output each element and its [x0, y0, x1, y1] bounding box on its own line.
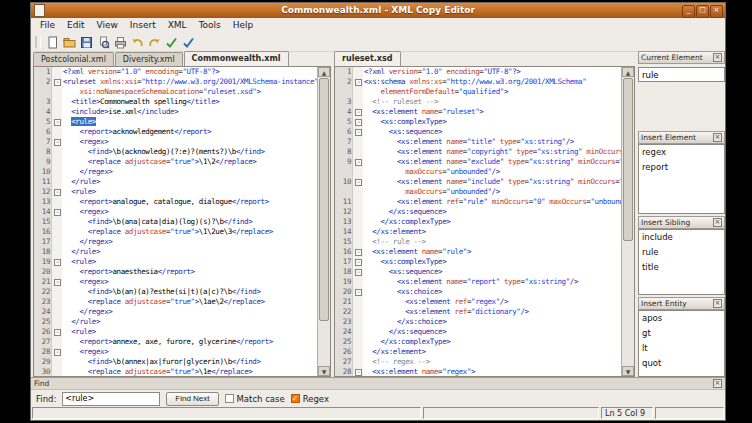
undo-icon[interactable]	[129, 34, 146, 50]
list-item-lt[interactable]: lt	[639, 341, 724, 356]
find-next-button[interactable]: Find Next	[166, 392, 218, 406]
current-element-input[interactable]	[638, 67, 725, 82]
close-panel-icon[interactable]: ×	[713, 218, 722, 227]
fold-toggle-icon[interactable]: -	[54, 139, 61, 146]
code-line[interactable]: 25 </rule>	[34, 317, 317, 327]
match-case-checkbox[interactable]	[225, 394, 234, 403]
code-line[interactable]: 4 <include>ise.xml</include>	[34, 107, 317, 117]
find-input[interactable]	[62, 392, 160, 406]
maximize-button[interactable]: □	[696, 5, 709, 18]
fold-toggle-icon[interactable]: -	[355, 109, 362, 116]
code-line[interactable]: 14 </xs:element>	[335, 227, 621, 237]
code-line[interactable]: 19- <rule>	[34, 257, 317, 267]
code-line[interactable]: 26 </xs:element>	[335, 347, 621, 357]
insert-sibling-list[interactable]: includeruletitle	[638, 229, 725, 295]
close-panel-icon[interactable]: ×	[713, 133, 722, 142]
code-line[interactable]: 10- <xs:element name="include" type="xs:…	[335, 177, 621, 187]
insert-element-list[interactable]: regexreport	[638, 144, 725, 214]
scroll-up-icon[interactable]: ▲	[318, 67, 330, 77]
code-line[interactable]: 5- <rule>	[34, 117, 317, 127]
code-line[interactable]: 16- <xs:element name="rule">	[335, 247, 621, 257]
fold-toggle-icon[interactable]: -	[54, 189, 61, 196]
fold-toggle-icon[interactable]: -	[54, 259, 61, 266]
code-line[interactable]: maxOccurs="unbounded"/>	[335, 187, 621, 197]
fold-toggle-icon[interactable]: -	[355, 79, 362, 86]
code-line[interactable]: 17- <xs:complexType>	[335, 257, 621, 267]
code-line[interactable]: 17 </regex>	[34, 237, 317, 247]
list-item-report[interactable]: report	[639, 160, 724, 175]
fold-toggle-icon[interactable]: -	[355, 269, 362, 276]
code-line[interactable]: 18 </rule>	[34, 247, 317, 257]
code-line[interactable]: 14- <regex>	[34, 207, 317, 217]
code-line[interactable]: 23 <replace adjustcase="true">\1ae\2</re…	[34, 297, 317, 307]
code-line[interactable]: 8 <xs:element name="copyright" type="xs:…	[335, 147, 621, 157]
menu-item-edit[interactable]: Edit	[61, 18, 90, 33]
tab-diversity.xml[interactable]: Diversity.xml	[115, 52, 183, 66]
fold-toggle-icon[interactable]: -	[355, 179, 362, 186]
save-icon[interactable]	[78, 34, 95, 50]
code-line[interactable]: 15 <find>\b(ana|cata|dia)(log)(s)?\b</fi…	[34, 217, 317, 227]
code-line[interactable]: 1<?xml version="1.0" encoding="UTF-8"?>	[34, 67, 317, 77]
code-line[interactable]: 7 <xs:element name="title" type="xs:stri…	[335, 137, 621, 147]
left-vertical-scrollbar[interactable]: ▲ ▼	[317, 67, 330, 376]
code-line[interactable]: 22 <find>\b(an)(a)?esthe(si|t)(a|c)?\b</…	[34, 287, 317, 297]
code-line[interactable]: 5- <xs:complexType>	[335, 117, 621, 127]
code-line[interactable]: 4- <xs:element name="ruleset">	[335, 107, 621, 117]
scroll-up-icon[interactable]: ▲	[622, 67, 634, 77]
validate-icon[interactable]	[180, 34, 197, 50]
menu-item-insert[interactable]: Insert	[124, 18, 162, 33]
code-line[interactable]: 12 </xs:sequence>	[335, 207, 621, 217]
fold-toggle-icon[interactable]: -	[355, 119, 362, 126]
fold-toggle-icon[interactable]: -	[355, 159, 362, 166]
print-icon[interactable]	[112, 34, 129, 50]
code-line[interactable]: 6- <xs:sequence>	[335, 127, 621, 137]
close-panel-icon[interactable]: ×	[713, 53, 722, 62]
code-line[interactable]: 10 </regex>	[34, 167, 317, 177]
code-line[interactable]: 3 <!-- ruleset -->	[335, 97, 621, 107]
code-line[interactable]: 24 </xs:sequence>	[335, 327, 621, 337]
new-icon[interactable]	[44, 34, 61, 50]
toolbar-grip[interactable]	[35, 36, 41, 48]
code-line[interactable]: 27 <report>annexe, axe, furore, glycerin…	[34, 337, 317, 347]
code-line[interactable]: 28- <xs:element name="regex">	[335, 367, 621, 376]
code-line[interactable]: 25 </xs:complexType>	[335, 337, 621, 347]
code-line[interactable]: 24 </regex>	[34, 307, 317, 317]
list-item-rule[interactable]: rule	[639, 245, 724, 260]
code-line[interactable]: 11 </rule>	[34, 177, 317, 187]
fold-toggle-icon[interactable]: -	[355, 369, 362, 376]
fold-toggle-icon[interactable]: -	[54, 329, 61, 336]
print-preview-icon[interactable]	[95, 34, 112, 50]
fold-toggle-icon[interactable]: -	[54, 79, 61, 86]
scroll-down-icon[interactable]: ▼	[318, 366, 330, 376]
fold-toggle-icon[interactable]: -	[54, 209, 61, 216]
list-item-title[interactable]: title	[639, 260, 724, 275]
close-panel-icon[interactable]: ×	[713, 299, 722, 308]
code-line[interactable]: 2-<xs:schema xmlns:xs="http://www.w3.org…	[335, 77, 621, 87]
fold-toggle-icon[interactable]: -	[54, 279, 61, 286]
code-line[interactable]: 26- <rule>	[34, 327, 317, 337]
code-line[interactable]: 28- <regex>	[34, 347, 317, 357]
code-line[interactable]: 23 </xs:choice>	[335, 317, 621, 327]
code-line[interactable]: 6 <report>acknowledgement</report>	[34, 127, 317, 137]
list-item-apos[interactable]: apos	[639, 311, 724, 326]
close-button[interactable]: ×	[710, 5, 723, 18]
code-line[interactable]: 22 <xs:element ref="dictionary"/>	[335, 307, 621, 317]
fold-toggle-icon[interactable]: -	[355, 249, 362, 256]
list-item-gt[interactable]: gt	[639, 326, 724, 341]
code-line[interactable]: 13 <report>analogue, catalogue, dialogue…	[34, 197, 317, 207]
code-line[interactable]: 20- <xs:choice>	[335, 287, 621, 297]
scroll-down-icon[interactable]: ▼	[622, 366, 634, 376]
title-bar[interactable]: Commonwealth.xml - XML Copy Editor _ □ ×	[31, 3, 725, 18]
tab-ruleset.xsd[interactable]: ruleset.xsd	[334, 51, 401, 66]
right-code-area[interactable]: 1<?xml version="1.0" encoding="UTF-8"?>2…	[335, 67, 621, 376]
check-well-formed-icon[interactable]	[163, 34, 180, 50]
fold-toggle-icon[interactable]: -	[355, 129, 362, 136]
code-line[interactable]: 9- <xs:element name="exclude" type="xs:s…	[335, 157, 621, 167]
code-line[interactable]: 18- <xs:sequence>	[335, 267, 621, 277]
code-line[interactable]: 13 </xs:complexType>	[335, 217, 621, 227]
code-line[interactable]: 15 <!-- rule -->	[335, 237, 621, 247]
list-item-include[interactable]: include	[639, 230, 724, 245]
code-line[interactable]: 8 <find>\b(acknowledg)(?:e)?(ments?)\b</…	[34, 147, 317, 157]
redo-icon[interactable]	[146, 34, 163, 50]
code-line[interactable]: maxOccurs="unbounded"/>	[335, 167, 621, 177]
